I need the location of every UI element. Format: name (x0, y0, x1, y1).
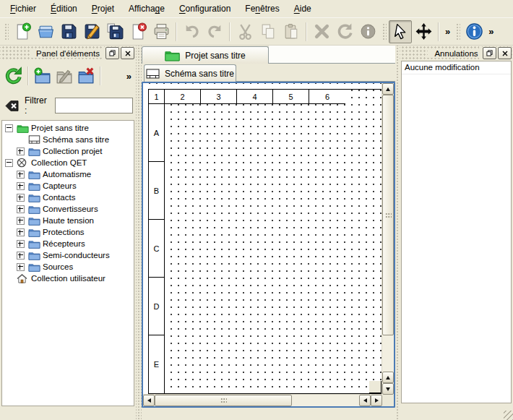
undo-button[interactable] (180, 20, 203, 43)
horizontal-scrollbar[interactable] (143, 394, 382, 406)
expander-plus-icon[interactable] (17, 263, 25, 271)
expander-plus-icon[interactable] (17, 217, 25, 225)
diagram-view[interactable]: 123456ABCDE (142, 82, 395, 408)
project-tab[interactable]: Projet sans titre (142, 46, 269, 64)
menu-configuration[interactable]: Configuration (172, 1, 238, 16)
clear-filter-icon[interactable] (4, 100, 20, 112)
toolbar-overflow-button-2[interactable]: » (486, 26, 496, 37)
elements-panel-titlebar[interactable]: Panel d'éléments (0, 46, 136, 61)
rotate-button[interactable] (333, 20, 356, 43)
expander-plus-icon[interactable] (17, 252, 25, 260)
row-header-E: E (149, 335, 165, 393)
menu-bar: FichierÉditionProjetAffichageConfigurati… (0, 0, 513, 17)
scrollbar-corner (382, 395, 394, 406)
menu-affichage[interactable]: Affichage (121, 1, 172, 16)
size-grip[interactable] (504, 411, 513, 420)
open-button[interactable] (34, 20, 57, 43)
elements-panel-title: Panel d'éléments (30, 49, 106, 58)
expander-plus-icon[interactable] (17, 228, 25, 236)
reload-collections-button[interactable] (3, 65, 25, 87)
delete-category-button[interactable] (75, 65, 97, 87)
scroll-right-button[interactable] (371, 395, 382, 406)
schema-tab[interactable]: Schéma sans titre (144, 64, 236, 82)
redo-button[interactable] (203, 20, 226, 43)
about-qet-button[interactable] (462, 20, 486, 43)
new-document-button[interactable] (11, 20, 34, 43)
tree-item[interactable]: Haute tension (2, 215, 134, 226)
new-document-icon (14, 22, 32, 40)
menu-fichier[interactable]: Fichier (3, 1, 43, 16)
expander-minus-icon[interactable] (5, 124, 13, 132)
tree-item[interactable]: Collection projet (2, 145, 134, 157)
float-panel-button[interactable] (105, 47, 119, 59)
conductor-info-button[interactable] (356, 20, 379, 43)
tab-bar-empty (269, 46, 395, 64)
expander-plus-icon[interactable] (17, 147, 25, 155)
select-mode-button[interactable] (389, 20, 412, 43)
expander-plus-icon[interactable] (17, 171, 25, 179)
tree-item[interactable]: Convertisseurs (2, 203, 134, 215)
float-panel-button[interactable] (483, 47, 496, 59)
new-category-button[interactable] (32, 65, 53, 87)
tree-item-label: Collection projet (43, 147, 102, 155)
cut-button[interactable] (233, 20, 256, 43)
delete-button[interactable] (310, 20, 333, 43)
panel-overflow-button[interactable]: » (124, 71, 134, 82)
close-file-button[interactable] (126, 20, 150, 43)
move-mode-button[interactable] (412, 20, 435, 43)
menu-aide[interactable]: Aide (287, 1, 319, 16)
print-button[interactable] (150, 20, 173, 43)
copy-icon (259, 22, 277, 40)
scroll-left-button-2[interactable] (359, 395, 371, 406)
tree-item[interactable]: Récepteurs (2, 238, 134, 249)
tree-item[interactable]: Semi-conducteurs (2, 249, 134, 261)
menu-projet[interactable]: Projet (85, 1, 121, 16)
scroll-left-button[interactable] (143, 395, 155, 406)
scroll-up-button[interactable] (382, 83, 394, 95)
tree-item[interactable]: Sources (2, 261, 134, 273)
drawing-area[interactable] (165, 104, 381, 393)
tree-item[interactable]: Collection QET (2, 157, 134, 168)
edit-category-button[interactable] (53, 65, 75, 87)
vertical-scrollbar[interactable] (381, 83, 394, 395)
toolbar-handle[interactable] (381, 22, 387, 41)
tree-item[interactable]: Protections (2, 226, 134, 238)
undo-panel-titlebar[interactable]: Annulations (400, 46, 513, 61)
tree-item[interactable]: Contacts (2, 192, 134, 203)
project-tab-bar: Projet sans titre (142, 46, 395, 64)
diagram-canvas[interactable]: 123456ABCDE (143, 83, 382, 395)
expander-plus-icon[interactable] (17, 240, 25, 248)
save-button[interactable] (57, 20, 80, 43)
column-header-1: 1 (149, 90, 165, 104)
menu-fentres[interactable]: Fenêtres (238, 1, 286, 16)
expander-plus-icon[interactable] (17, 194, 25, 202)
tree-item[interactable]: Schéma sans titre (2, 134, 134, 145)
scroll-down-button[interactable] (382, 383, 394, 395)
paste-button[interactable] (280, 20, 303, 43)
blue-folder-icon (28, 170, 43, 179)
left-splitter[interactable] (136, 46, 142, 420)
expander-plus-icon[interactable] (17, 205, 25, 213)
menu-dition[interactable]: Édition (43, 1, 85, 16)
toolbar-handle[interactable] (4, 22, 9, 41)
close-panel-button[interactable] (121, 47, 134, 59)
undo-list[interactable]: Aucune modification (401, 61, 512, 403)
copy-button[interactable] (256, 20, 280, 43)
tree-item[interactable]: Collection utilisateur (2, 273, 134, 284)
tree-item[interactable]: Projet sans titre (2, 122, 134, 134)
tree-item[interactable]: Capteurs (2, 180, 134, 192)
scroll-up-button-2[interactable] (382, 372, 394, 383)
info-blue-icon (465, 22, 484, 41)
close-panel-button[interactable] (498, 47, 512, 59)
undo-list-item[interactable]: Aucune modification (402, 61, 511, 74)
horizontal-scroll-thumb[interactable] (155, 395, 292, 406)
save-all-button[interactable] (103, 20, 126, 43)
vertical-scroll-thumb[interactable] (382, 95, 394, 335)
expander-plus-icon[interactable] (17, 182, 25, 190)
toolbar-handle[interactable] (455, 22, 460, 41)
save-as-button[interactable] (80, 20, 103, 43)
expander-minus-icon[interactable] (5, 159, 13, 167)
filter-input[interactable] (55, 98, 133, 113)
toolbar-overflow-button[interactable]: » (442, 26, 453, 37)
tree-item[interactable]: Automatisme (2, 168, 134, 180)
